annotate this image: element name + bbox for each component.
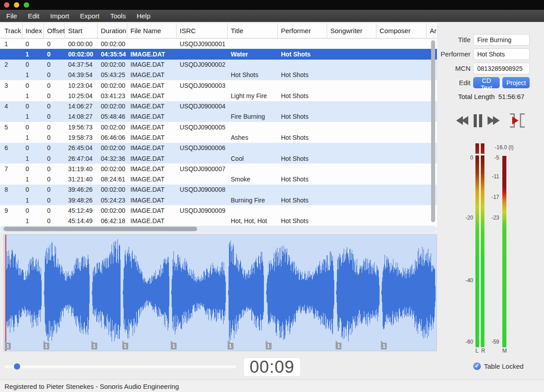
cell-performer: Hot Shots	[278, 132, 327, 142]
track-start-marker[interactable]: 1	[336, 343, 341, 349]
cell-songwriter	[327, 195, 376, 205]
table-row[interactable]: 60026:45:0400:02:00IMAGE.DATUSQDJ0900006	[0, 143, 437, 153]
table-row[interactable]: 1031:21:4008:24:61IMAGE.DATSmokeHot Shot…	[0, 174, 437, 184]
seek-slider[interactable]	[4, 365, 236, 368]
cell-track: 3	[0, 80, 22, 90]
cell-title	[228, 143, 278, 153]
table-row[interactable]: 1026:47:0404:32:36IMAGE.DATCoolHot Shots	[0, 153, 437, 164]
column-header-composer[interactable]: Composer	[376, 23, 427, 38]
vertical-scrollbar[interactable]	[431, 39, 436, 224]
menu-import[interactable]: Import	[50, 12, 69, 20]
column-header-track[interactable]: Track	[0, 23, 22, 38]
table-row[interactable]: 1010:25:0403:41:23IMAGE.DATLight my Fire…	[0, 90, 437, 101]
table-row[interactable]: 50019:56:7300:02:00IMAGE.DATUSQDJ0900005	[0, 122, 437, 132]
table-row[interactable]: 10000:00:0000:02:00USQDJ0900001	[0, 39, 437, 49]
playhead[interactable]	[5, 235, 6, 351]
track-start-marker[interactable]: 1	[266, 343, 272, 349]
meter-scale-minus60: -60	[460, 339, 473, 345]
cell-track	[0, 112, 22, 122]
seek-slider-thumb[interactable]	[14, 363, 20, 370]
title-input[interactable]	[473, 34, 530, 46]
column-header-index[interactable]: Index	[22, 23, 44, 38]
column-header-isrc[interactable]: ISRC	[177, 23, 228, 38]
cell-duration: 00:02:00	[98, 185, 127, 195]
performer-input[interactable]	[473, 48, 530, 60]
table-row[interactable]: 30010:23:0400:02:00IMAGE.DATUSQDJ0900003	[0, 80, 437, 90]
cell-performer: Hot Shots	[278, 112, 327, 122]
cell-index: 0	[22, 185, 44, 195]
play-icon	[512, 116, 518, 125]
mcn-input[interactable]	[473, 63, 530, 74]
menu-help[interactable]: Help	[137, 12, 151, 20]
cell-songwriter	[327, 101, 376, 112]
cell-duration: 08:24:61	[98, 174, 127, 184]
column-header-start[interactable]: Start	[65, 23, 98, 38]
mcn-field-row: MCN	[439, 63, 542, 74]
horizontal-scrollbar-thumb[interactable]	[4, 227, 197, 231]
meter-scale-minus23: -23	[486, 215, 499, 221]
cell-performer: Hot Shots	[278, 70, 327, 80]
track-start-marker[interactable]: 1	[43, 343, 49, 349]
meter-scale-minus11: -11	[486, 173, 499, 180]
cell-track	[0, 49, 22, 59]
table-locked-checkbox[interactable]: ✓ Table Locked	[473, 362, 540, 371]
menu-edit[interactable]: Edit	[28, 12, 39, 20]
play-selection-button[interactable]	[510, 113, 525, 128]
table-row[interactable]: 1000:02:0004:35:54IMAGE.DATWaterHot Shot…	[0, 49, 437, 59]
zoom-window-button[interactable]	[24, 2, 29, 8]
table-row[interactable]: 1014:08:2705:48:46IMAGE.DATFire BurningH…	[0, 112, 437, 122]
minimize-window-button[interactable]	[14, 2, 19, 8]
track-start-marker[interactable]: 1	[171, 343, 177, 349]
column-header-duration[interactable]: Duration	[98, 23, 127, 38]
cell-start: 04:37:54	[65, 60, 98, 70]
table-row[interactable]: 90045:12:4900:02:00IMAGE.DATUSQDJ0900009	[0, 205, 437, 215]
waveform-display[interactable]: 111111111	[4, 234, 437, 351]
table-row[interactable]: 20004:37:5400:02:00IMAGE.DATUSQDJ0900002	[0, 60, 437, 70]
table-row[interactable]: 70031:19:4000:02:00IMAGE.DATUSQDJ0900007	[0, 164, 437, 174]
table-row[interactable]: 1045:14:4906:42:18IMAGE.DATHot, Hot, Hot…	[0, 216, 437, 226]
rewind-button[interactable]	[456, 113, 470, 128]
vertical-scrollbar-thumb[interactable]	[431, 40, 435, 222]
cd-text-button[interactable]: CD Text	[473, 77, 500, 88]
cell-start: 00:00:00	[65, 39, 98, 49]
table-row[interactable]: 1039:48:2605:24:23IMAGE.DATBurning FireH…	[0, 195, 437, 205]
menu-tools[interactable]: Tools	[110, 12, 126, 20]
horizontal-scrollbar[interactable]	[0, 226, 437, 232]
column-header-offset[interactable]: Offset	[44, 23, 65, 38]
cell-offset: 0	[44, 185, 65, 195]
cell-index: 1	[22, 195, 44, 205]
cell-performer	[278, 80, 327, 90]
menubar: FileEditImportExportToolsHelp	[0, 10, 544, 22]
column-header-title[interactable]: Title	[228, 23, 278, 38]
table-row[interactable]: 80039:46:2600:02:00IMAGE.DATUSQDJ0900008	[0, 185, 437, 195]
track-start-marker[interactable]: 1	[381, 343, 387, 349]
track-start-marker[interactable]: 1	[5, 343, 11, 349]
performer-field-row: Performer	[439, 48, 542, 60]
fast-forward-button[interactable]	[488, 113, 501, 128]
column-header-file-name[interactable]: File Name	[127, 23, 177, 38]
cell-file: IMAGE.DAT	[127, 49, 177, 59]
ddp-creator-window: FileEditImportExportToolsHelp TrackIndex…	[0, 0, 544, 392]
track-start-marker[interactable]: 1	[122, 343, 128, 349]
table-row[interactable]: 40014:06:2700:02:00IMAGE.DATUSQDJ0900004	[0, 101, 437, 112]
cell-composer	[376, 101, 427, 112]
cell-songwriter	[327, 80, 376, 90]
pause-button[interactable]	[474, 113, 483, 128]
column-header-arr[interactable]: Arr	[427, 23, 437, 38]
menu-file[interactable]: File	[6, 12, 17, 20]
cell-offset: 0	[44, 153, 65, 164]
column-header-performer[interactable]: Performer	[278, 23, 327, 38]
menu-export[interactable]: Export	[80, 12, 99, 20]
project-button[interactable]: Project	[502, 77, 530, 88]
close-window-button[interactable]	[4, 2, 9, 8]
cell-performer: Hot Shots	[278, 195, 327, 205]
column-header-songwriter[interactable]: Songwriter	[327, 23, 376, 38]
table-row[interactable]: 1019:58:7306:46:06IMAGE.DATAshesHot Shot…	[0, 132, 437, 142]
titlebar	[0, 0, 544, 10]
cell-performer: Hot Shots	[278, 90, 327, 101]
table-row[interactable]: 1004:39:5405:43:25IMAGE.DATHot ShotsHot …	[0, 70, 437, 80]
track-start-marker[interactable]: 1	[91, 343, 97, 349]
track-start-marker[interactable]: 1	[228, 343, 233, 349]
cell-start: 19:56:73	[65, 122, 98, 132]
waveform-canvas[interactable]	[4, 235, 436, 351]
